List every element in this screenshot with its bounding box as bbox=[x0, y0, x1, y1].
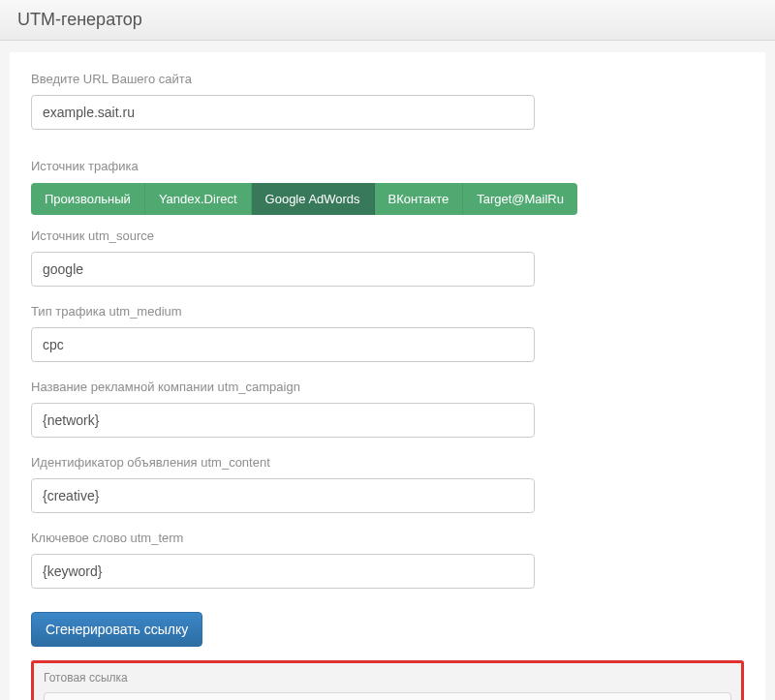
campaign-label: Название рекламной компании utm_campaign bbox=[31, 380, 744, 394]
form-panel: Введите URL Вашего сайта Источник трафик… bbox=[10, 52, 765, 700]
term-group: Ключевое слово utm_term bbox=[31, 531, 744, 589]
url-input[interactable] bbox=[31, 95, 535, 130]
medium-group: Тип трафика utm_medium bbox=[31, 304, 744, 362]
traffic-source-label: Источник трафика bbox=[31, 159, 744, 173]
term-label: Ключевое слово utm_term bbox=[31, 531, 744, 545]
campaign-group: Название рекламной компании utm_campaign bbox=[31, 380, 744, 438]
traffic-source-group: Источник трафика Произвольный Yandex.Dir… bbox=[31, 159, 744, 287]
medium-label: Тип трафика utm_medium bbox=[31, 304, 744, 319]
page-title: UTM-генератор bbox=[17, 10, 758, 30]
tab-yandex-direct[interactable]: Yandex.Direct bbox=[145, 183, 252, 215]
term-input[interactable] bbox=[31, 554, 535, 589]
content-input[interactable] bbox=[31, 478, 535, 513]
url-group: Введите URL Вашего сайта bbox=[31, 72, 744, 130]
content-label: Идентификатор объявления utm_content bbox=[31, 455, 744, 470]
generate-button[interactable]: Сгенерировать ссылку bbox=[31, 612, 202, 647]
url-label: Введите URL Вашего сайта bbox=[31, 72, 744, 86]
tab-target-mailru[interactable]: Target@MailRu bbox=[463, 183, 577, 215]
traffic-source-tabs: Произвольный Yandex.Direct Google AdWord… bbox=[31, 183, 577, 215]
result-input[interactable] bbox=[44, 692, 731, 700]
campaign-input[interactable] bbox=[31, 403, 535, 438]
result-box: Готовая ссылка bbox=[31, 660, 744, 700]
tab-google-adwords[interactable]: Google AdWords bbox=[252, 183, 375, 215]
tab-custom[interactable]: Произвольный bbox=[31, 183, 145, 215]
source-label: Источник utm_source bbox=[31, 228, 744, 243]
content-group: Идентификатор объявления utm_content bbox=[31, 455, 744, 513]
medium-input[interactable] bbox=[31, 327, 535, 362]
tab-vkontakte[interactable]: ВКонтакте bbox=[375, 183, 464, 215]
result-label: Готовая ссылка bbox=[44, 671, 731, 685]
source-input[interactable] bbox=[31, 252, 535, 287]
page-header: UTM-генератор bbox=[0, 0, 775, 41]
